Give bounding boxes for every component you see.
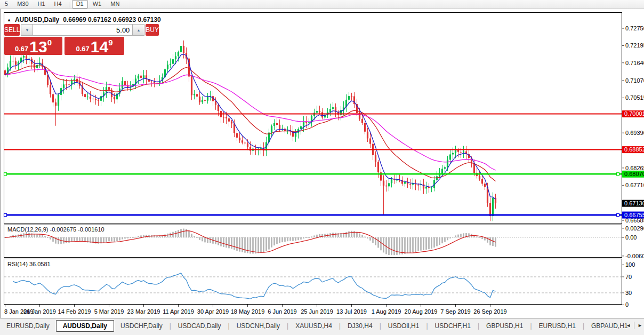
svg-text:0: 0 [625, 301, 629, 308]
svg-text:18 May 2019: 18 May 2019 [231, 308, 265, 315]
svg-text:6 Jun 2019: 6 Jun 2019 [268, 308, 296, 315]
chart-ohlc-values: 0.66969 0.67162 0.66923 0.67130 [63, 16, 161, 23]
symbol-tabs: EURUSD,DailyAUDUSD,DailyUSDCHF,Daily|USD… [0, 320, 628, 332]
chart-tab-eurusd-h1[interactable]: EURUSD,H1 [533, 321, 582, 331]
chart-tab-usdchf-h1[interactable]: USDCHF,H1 [429, 321, 477, 331]
chart-tab-usdoil-h1[interactable]: USDOil,H1 [382, 321, 426, 331]
chart-tab-eurusd-daily[interactable]: EURUSD,Daily [0, 321, 56, 331]
sell-price-pip-digit: 0 [47, 38, 52, 47]
svg-text:26 Sep 2019: 26 Sep 2019 [473, 308, 506, 315]
spinner-up-icon: ▲ [136, 28, 140, 32]
buy-price-quote[interactable]: 0.67 14 9 [65, 37, 124, 55]
tab-arrow-divider [634, 322, 634, 329]
svg-text:5 Mar 2019: 5 Mar 2019 [94, 308, 124, 315]
svg-text:0.002968: 0.002968 [625, 225, 644, 232]
line-handle [617, 214, 619, 217]
line-handle [4, 214, 7, 217]
macd-indicator-label: MACD(12,26,9) -0.002675 -0.001610 [7, 226, 104, 233]
buy-price-big-digits: 14 [91, 40, 108, 54]
svg-text:0.69390: 0.69390 [625, 130, 644, 136]
svg-text:30: 30 [625, 290, 632, 296]
one-click-trading-panel: SELL ▼ ▲ BUY 0.67 13 0 0.67 14 9 [4, 24, 124, 55]
sell-button[interactable]: SELL [4, 24, 20, 36]
chart-tab-xauusd-h4[interactable]: XAUUSD,H4 [289, 321, 339, 331]
volume-increase-button[interactable]: ▲ [133, 24, 144, 36]
svg-text:26 Jan 2019: 26 Jan 2019 [23, 308, 56, 315]
rsi-panel-frame [4, 259, 622, 305]
svg-text:0.71070: 0.71070 [625, 77, 644, 84]
rsi-indicator-label: RSI(14) 36.0581 [7, 261, 51, 267]
ma-slow-line [5, 69, 496, 170]
buy-price-pip-digit: 9 [108, 38, 112, 47]
chart-tab-dj30-h4[interactable]: DJ30,H4 [341, 321, 379, 331]
svg-text:0.67130: 0.67130 [624, 200, 644, 206]
chart-symbol-label: AUDUSD,Daily [15, 16, 59, 23]
candlestick-series [4, 41, 496, 221]
chart-title: ▲ AUDUSD,Daily 0.66969 0.67162 0.66923 0… [7, 16, 161, 23]
svg-text:70: 70 [625, 274, 632, 280]
svg-text:0.72195: 0.72195 [625, 42, 644, 49]
svg-text:0.70001: 0.70001 [624, 110, 644, 117]
chart-tab-usdchf-daily[interactable]: USDCHF,Daily [114, 321, 169, 331]
ma-fast-line [5, 54, 496, 200]
svg-text:-0.006047: -0.006047 [625, 253, 644, 259]
trading-terminal-window: 5M30H1H4D1W1MN 0.727500.721950.716400.71… [0, 0, 644, 335]
svg-text:23 Mar 2019: 23 Mar 2019 [127, 308, 160, 315]
svg-text:0.72750: 0.72750 [625, 25, 644, 31]
volume-input[interactable] [33, 24, 133, 36]
svg-text:0.00: 0.00 [625, 234, 637, 241]
svg-text:0.71640: 0.71640 [625, 60, 644, 66]
tab-scroll-right-icon[interactable]: ► [638, 323, 642, 328]
sell-price-prefix: 0.67 [15, 45, 28, 53]
line-handle [4, 173, 7, 176]
chart-tab-usdcnh-daily[interactable]: USDCNH,Daily [230, 321, 286, 331]
sell-price-big-digits: 13 [29, 40, 47, 54]
chart-marker-icon: ▲ [7, 18, 11, 22]
symbol-tab-bar: EURUSD,DailyAUDUSD,DailyUSDCHF,Daily|USD… [0, 318, 644, 335]
svg-text:0.68265: 0.68265 [625, 165, 644, 171]
chart-tab-gbpusd-h1[interactable]: GBPUSD,H1 [480, 321, 529, 331]
svg-text:20 Aug 2019: 20 Aug 2019 [405, 308, 438, 315]
svg-text:11 Apr 2019: 11 Apr 2019 [163, 308, 194, 315]
chart-tab-gbpaud-h1[interactable]: GBPAUD,H1 [585, 321, 628, 331]
svg-text:100: 100 [625, 261, 635, 268]
svg-text:13 Jul 2019: 13 Jul 2019 [336, 308, 367, 315]
chart-tab-audusd-daily[interactable]: AUDUSD,Daily [56, 320, 114, 332]
sell-price-quote[interactable]: 0.67 13 0 [4, 37, 62, 55]
svg-text:7 Sep 2019: 7 Sep 2019 [440, 308, 470, 315]
volume-decrease-button[interactable]: ▼ [21, 24, 33, 36]
svg-text:25 Jun 2019: 25 Jun 2019 [301, 308, 333, 315]
line-handle [617, 173, 619, 176]
svg-text:0.66755: 0.66755 [624, 212, 644, 218]
svg-text:1 Aug 2019: 1 Aug 2019 [372, 308, 401, 315]
spinner-down-icon: ▼ [25, 28, 29, 32]
svg-text:0.68070: 0.68070 [624, 171, 644, 177]
buy-price-prefix: 0.67 [76, 45, 89, 53]
svg-text:14 Feb 2019: 14 Feb 2019 [58, 308, 91, 315]
svg-text:30 Apr 2019: 30 Apr 2019 [197, 308, 229, 315]
svg-text:0.67710: 0.67710 [625, 182, 644, 188]
buy-button[interactable]: BUY [146, 24, 159, 36]
tab-scroll-left-icon[interactable]: ◄ [626, 323, 631, 328]
svg-text:0.70515: 0.70515 [625, 94, 644, 101]
svg-text:0.68852: 0.68852 [624, 146, 644, 153]
chart-tab-usdcad-daily[interactable]: USDCAD,Daily [172, 321, 228, 331]
